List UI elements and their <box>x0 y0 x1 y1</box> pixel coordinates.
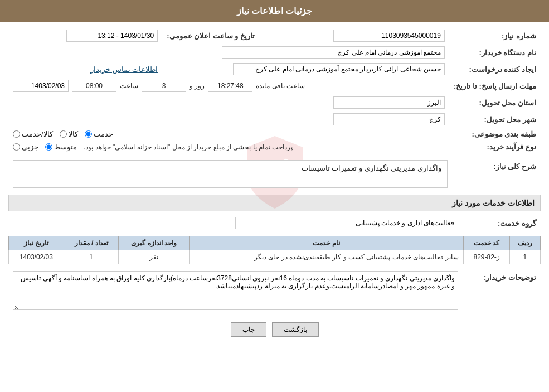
page-header: جزئیات اطلاعات نیاز <box>0 0 549 22</box>
col-service-code: کد خدمت <box>464 236 510 250</box>
date-input <box>13 80 69 92</box>
creator-input <box>233 63 445 75</box>
footer-buttons: بازگشت چاپ <box>8 322 541 348</box>
category-both-label: کالا/خدمت <box>22 130 53 138</box>
need-number-label: شماره نیاز: <box>449 27 541 44</box>
buyer-desc-textarea <box>13 271 458 310</box>
time-label: ساعت <box>120 82 138 90</box>
procurement-small-label: جزیی <box>22 143 38 151</box>
creator-label: ایجاد کننده درخواست: <box>449 61 541 78</box>
announcement-datetime-label: تاریخ و ساعت اعلان عمومی: <box>162 27 259 44</box>
cell-service-code: ز-82-829 <box>464 250 510 264</box>
cell-service-name: سایر فعالیت‌های خدمات پشتیبانی کسب و کار… <box>189 250 464 264</box>
general-desc-label: شرح کلی نیاز: <box>452 158 541 190</box>
general-desc-value: واگذاری مدیریتی نگهداری و تعمیرات تاسیسا… <box>302 164 441 172</box>
contact-info-link[interactable]: اطلاعات تماس خریدار <box>90 65 158 74</box>
procurement-medium-item: متوسط <box>45 143 77 151</box>
category-label: طبقه بندی موضوعی: <box>449 128 541 141</box>
category-goods-item: کالا <box>60 130 78 138</box>
print-button[interactable]: چاپ <box>231 322 266 337</box>
page-title: جزئیات اطلاعات نیاز <box>237 6 313 16</box>
category-service-radio[interactable] <box>85 130 92 138</box>
buyer-desc-label: توضیحات خریدار: <box>463 269 541 314</box>
services-info-label: اطلاعات خدمات مورد نیاز <box>452 199 535 207</box>
category-both-radio[interactable] <box>13 130 20 138</box>
province-label: استان محل تحویل: <box>449 94 541 111</box>
city-label: شهر محل تحویل: <box>449 111 541 128</box>
cell-row: 1 <box>509 250 540 264</box>
cell-date: 1403/02/03 <box>9 250 64 264</box>
services-section-header: اطلاعات خدمات مورد نیاز <box>8 195 541 211</box>
col-unit: واحد اندازه گیری <box>119 236 189 250</box>
province-input <box>333 96 445 109</box>
remaining-value: 18:27:48 <box>208 80 252 92</box>
announcement-datetime-input <box>66 30 158 42</box>
col-service-name: نام خدمت <box>189 236 464 250</box>
procurement-medium-label: متوسط <box>54 143 77 151</box>
buyer-station-label: نام دستگاه خریدار: <box>449 44 541 61</box>
day-value: 3 <box>142 80 186 92</box>
category-service-item: خدمت <box>85 130 113 138</box>
buyer-station-input <box>222 46 445 59</box>
procurement-small-item: جزیی <box>13 143 38 151</box>
cell-unit: نفر <box>119 250 189 264</box>
city-input <box>333 113 445 125</box>
category-both-item: کالا/خدمت <box>13 130 53 138</box>
service-group-label: گروه خدمت: <box>463 215 541 231</box>
col-row: ردیف <box>509 236 540 250</box>
col-date: تاریخ نیاز <box>9 236 64 250</box>
send-deadline-label: مهلت ارسال پاسخ: تا تاریخ: <box>449 78 541 94</box>
procurement-label: نوع فرآیند خرید: <box>449 141 541 153</box>
day-label: روز و <box>190 82 205 90</box>
services-table: ردیف کد خدمت نام خدمت واحد اندازه گیری ت… <box>8 236 541 264</box>
remaining-label: ساعت باقی مانده <box>256 82 305 90</box>
back-button[interactable]: بازگشت <box>272 322 319 337</box>
category-service-label: خدمت <box>94 130 113 138</box>
table-row: 1 ز-82-829 سایر فعالیت‌های خدمات پشتیبان… <box>9 250 541 264</box>
procurement-small-radio[interactable] <box>13 143 20 151</box>
service-group-input <box>235 217 458 229</box>
col-quantity: تعداد / مقدار <box>64 236 119 250</box>
category-goods-radio[interactable] <box>60 130 67 138</box>
general-desc-box: واگذاری مدیریتی نگهداری و تعمیرات تاسیسا… <box>13 160 448 188</box>
time-value: 08:00 <box>72 80 116 92</box>
procurement-note: پرداخت تمام یا بخشی از مبلغ خریدار از مح… <box>84 143 293 151</box>
category-goods-label: کالا <box>69 130 78 138</box>
need-number-input <box>333 30 445 42</box>
cell-quantity: 1 <box>64 250 119 264</box>
procurement-medium-radio[interactable] <box>45 143 52 151</box>
